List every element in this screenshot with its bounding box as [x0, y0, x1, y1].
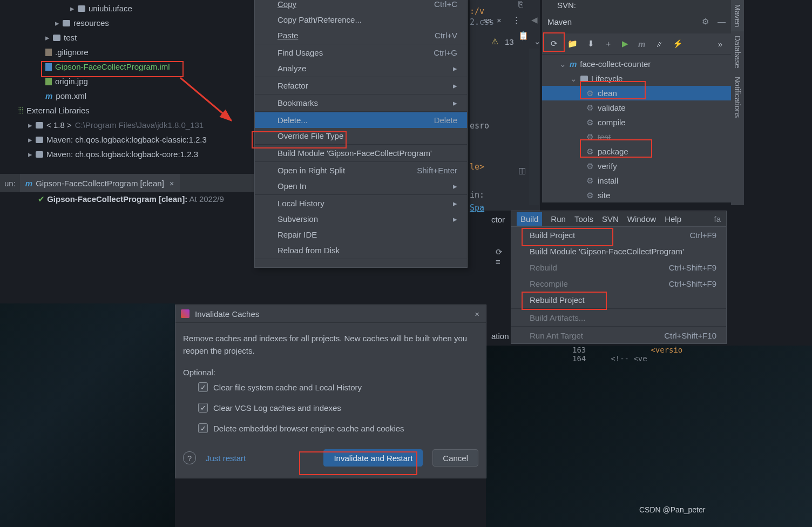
lifecycle-install[interactable]: ⚙install [542, 173, 731, 188]
menu-window[interactable]: Window [627, 214, 656, 224]
checkbox-clear-fs[interactable]: ✓Clear file system cache and Local Histo… [198, 377, 478, 397]
tree-label: External Libraries [26, 106, 90, 115]
tree-item-test[interactable]: ▸test [11, 30, 254, 45]
ctx-repair[interactable]: Repair IDE [255, 227, 467, 242]
lifecycle-verify[interactable]: ⚙verify [542, 159, 731, 173]
checkbox-clear-browser[interactable]: ✓Delete embedded browser engine cache an… [198, 418, 478, 438]
checkbox-icon: ✓ [198, 382, 208, 392]
tree-label: uniubi.uface [89, 4, 132, 13]
more-icon[interactable]: » [718, 39, 722, 49]
tree-label: face-collect-counter [580, 59, 651, 69]
nav-up-icon[interactable]: ⌃ [520, 37, 527, 46]
run-tab-label: Gipson-FaceCollectProgram [clean] [36, 179, 164, 188]
menu-svn[interactable]: SVN [602, 214, 619, 224]
menu-run-ant: Run Ant TargetCtrl+Shift+F10 [511, 327, 726, 343]
maven-icon: m [25, 179, 32, 188]
checkbox-clear-vcs[interactable]: ✓Clear VCS Log caches and indexes [198, 397, 478, 418]
watermark: CSDN @Pan_peter [639, 505, 705, 514]
chevron-right-icon: ▸ [28, 135, 32, 145]
nav-down-icon[interactable]: ⌄ [534, 37, 541, 46]
split-icon: ◫ [518, 166, 526, 175]
menu-bar-row: Build Run Tools SVN Window Help fa [511, 211, 726, 226]
gutter-icon-sync[interactable]: ⟳ [496, 247, 503, 257]
lightning-icon[interactable]: ⚡ [673, 39, 683, 49]
gear-icon: ⚙ [586, 103, 593, 113]
text-fragment: ation [491, 332, 509, 341]
lifecycle-validate[interactable]: ⚙validate [542, 100, 731, 115]
ctx-copy[interactable]: ⎘CopyCtrl+C [255, 0, 467, 12]
lifecycle-compile[interactable]: ⚙compile [542, 115, 731, 130]
gear-icon: ⚙ [586, 161, 593, 171]
run-toolbar: un: m Gipson-FaceCollectProgram [clean] … [0, 174, 254, 192]
ctx-reload[interactable]: ⟳Reload from Disk [255, 242, 467, 258]
checkbox-icon: ✓ [198, 423, 208, 433]
ctx-local-history[interactable]: Local History▸ [255, 195, 467, 211]
tree-label: < 1.8 > [46, 120, 72, 130]
ctx-find-usages[interactable]: Find UsagesCtrl+G [255, 45, 467, 60]
lifecycle-site[interactable]: ⚙site [542, 188, 731, 202]
ctx-analyze[interactable]: Analyze▸ [255, 60, 467, 76]
line-number: 13 [505, 37, 514, 46]
cancel-button[interactable]: Cancel [432, 449, 478, 467]
lib-icon [36, 122, 43, 129]
highlight-box-iml [41, 61, 184, 77]
folder-icon [78, 5, 85, 12]
menu-tools[interactable]: Tools [574, 214, 593, 224]
maven-root[interactable]: ⌄mface-collect-counter [542, 57, 731, 71]
ctx-delete[interactable]: Delete...Delete [255, 112, 467, 128]
highlight-box-package [580, 139, 652, 158]
copy-icon: ⎘ [518, 0, 523, 9]
idea-icon [181, 309, 190, 318]
close-icon[interactable]: × [475, 309, 479, 319]
file-icon [45, 49, 52, 56]
run-tab[interactable]: m Gipson-FaceCollectProgram [clean] × [20, 174, 180, 192]
menu-help[interactable]: Help [665, 214, 681, 224]
highlight-box-delete [252, 131, 347, 148]
skip-tests-icon[interactable]: ⫽ [655, 39, 663, 49]
run-status-name: Gipson-FaceCollectProgram [clean]: [47, 194, 187, 204]
gear-icon: ⚙ [586, 191, 593, 200]
run-icon[interactable]: ▶ [622, 39, 628, 49]
add-icon[interactable]: ＋ [604, 39, 612, 49]
side-tab-maven[interactable]: Maven [731, 0, 744, 31]
ctx-open-in[interactable]: Open In▸ [255, 178, 467, 194]
ctx-bookmarks[interactable]: Bookmarks▸ [255, 95, 467, 111]
folder-icon [53, 35, 60, 41]
help-icon[interactable]: ? [183, 451, 196, 464]
just-restart-link[interactable]: Just restart [206, 454, 246, 463]
peek-text: in: [470, 190, 484, 200]
tree-item-resources[interactable]: ▸resources [11, 16, 254, 30]
close-icon[interactable]: × [497, 16, 502, 25]
download-icon[interactable]: ⬇ [587, 39, 594, 49]
dialog-msg: Remove caches and indexes for all projec… [183, 333, 478, 357]
gear-icon: ⚙ [586, 176, 593, 186]
ctx-subversion[interactable]: Subversion▸ [255, 211, 467, 227]
minimap[interactable] [529, 49, 539, 205]
folder-icon[interactable]: 📁 [567, 39, 578, 49]
dialog-optional-label: Optional: [183, 368, 478, 377]
gutter-icon-align[interactable]: ≡ [496, 257, 500, 266]
side-tab-notifications[interactable]: Notifications [731, 72, 744, 122]
ctx-copy-path[interactable]: Copy Path/Reference... [255, 12, 467, 28]
maven-panel: SVN: Maven ⚙ — ⟳ 📁 ⬇ ＋ ▶ m ⫽ ⚡ » ⌄mface-… [542, 0, 731, 202]
maven-icon[interactable]: m [638, 39, 645, 49]
highlight-box-rebuild-project [522, 292, 607, 310]
run-output: ✔ Gipson-FaceCollectProgram [clean]: At … [38, 194, 224, 204]
tree-item-gitignore[interactable]: .gitignore [11, 45, 254, 59]
tree-item-uniubi[interactable]: ▸uniubi.uface [11, 1, 254, 16]
gear-icon[interactable]: ⚙ [702, 17, 709, 26]
highlight-box-build-project [522, 228, 613, 246]
dialog-title: Invalidate Caches [195, 309, 259, 319]
menu-build[interactable]: Build [517, 212, 542, 226]
close-icon[interactable]: × [170, 179, 174, 188]
side-tab-database[interactable]: Database [731, 31, 744, 72]
ctx-open-split[interactable]: ◫Open in Right SplitShift+Enter [255, 163, 467, 178]
tab-frag-label: ss [483, 16, 491, 25]
image-icon [45, 78, 52, 85]
line-nav[interactable]: ⚠13⌃⌄ [491, 37, 541, 46]
minimize-icon[interactable]: — [718, 17, 726, 26]
ctx-paste[interactable]: 📋PasteCtrl+V [255, 28, 467, 43]
ctx-refactor[interactable]: Refactor▸ [255, 78, 467, 93]
menu-run[interactable]: Run [551, 214, 566, 224]
menu-bar: ctor [491, 212, 505, 227]
